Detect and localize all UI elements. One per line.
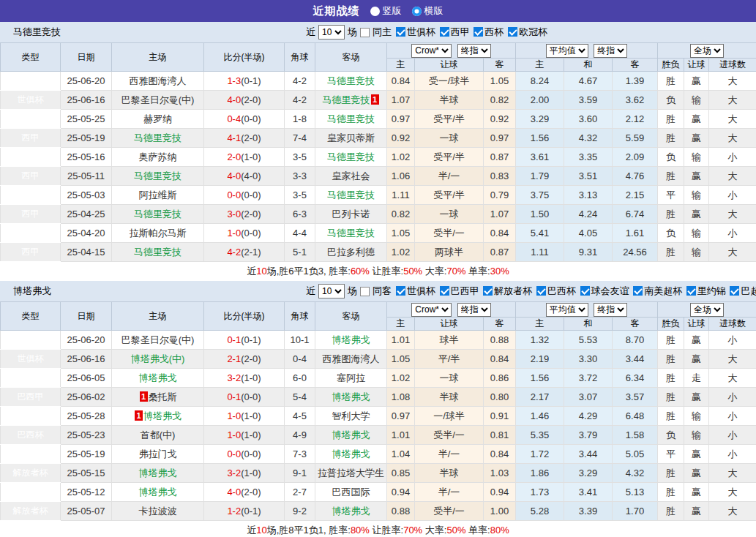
avg-away-odds: 6.48 [613, 407, 658, 426]
col-score: 比分(半场) [204, 302, 285, 331]
league-filter[interactable]: 里约锦 [686, 285, 726, 298]
away-team: 马德里竞技 [315, 110, 387, 129]
summary-part: 单率: [465, 525, 490, 536]
avg-home-odds: 1.56 [516, 129, 564, 148]
match-date: 25-05-12 [61, 483, 112, 502]
fulltime-score: 4-0 [227, 487, 241, 497]
col-type: 类型 [1, 43, 61, 72]
home-team: 博塔弗戈 [112, 483, 204, 502]
avg-away-odds: 1.61 [613, 224, 658, 243]
handicap-provider-select[interactable]: Crow* [411, 44, 452, 58]
handicap-home-odds: 0.94 [387, 483, 415, 502]
handicap-away-odds: 1.07 [484, 205, 516, 224]
score: 1-0(0-0) [204, 224, 285, 243]
avg-away-odds: 1.58 [613, 426, 658, 445]
league-filter-list: 世俱杯 西甲 西杯 欧冠杯 [394, 26, 547, 40]
league-filter[interactable]: 解放者杯 [483, 285, 532, 298]
league-filter[interactable]: 世俱杯 [396, 285, 435, 298]
avg-provider-select[interactable]: 平均值 [546, 44, 588, 58]
recent-count-select[interactable]: 10 [318, 25, 345, 40]
handicap-home-odds: 0.97 [387, 407, 415, 426]
corner-score: 10-1 [285, 331, 315, 350]
handicap-home-odds: 1.02 [387, 243, 415, 262]
league-filter[interactable]: 球会友谊 [580, 285, 629, 298]
scope-select[interactable]: 全场 [690, 44, 724, 58]
result-goals: 大 [709, 167, 756, 186]
home-team-name: 博塔弗戈 [139, 487, 177, 497]
league-filter[interactable]: 南美超杯 [633, 285, 682, 298]
team-name: 马德里竞技 [13, 22, 61, 42]
fulltime-score: 0-0 [227, 448, 241, 459]
handicap-final-select[interactable]: 终指 [457, 44, 491, 58]
league-badge: 解放者杯 [1, 407, 61, 426]
score: 1-0(1-0) [204, 426, 285, 445]
away-team: 皇家贝蒂斯 [315, 129, 387, 148]
away-team: 巴拉多利德 [315, 243, 387, 262]
league-filter[interactable]: 欧冠杯 [508, 26, 547, 39]
halftime-score: (0-0) [241, 228, 261, 239]
layout-vertical-radio[interactable]: 竖版 [370, 4, 402, 18]
home-team: 1桑托斯 [112, 388, 204, 407]
league-badge: 解放者杯 [1, 464, 61, 483]
avg-draw-odds: 5.53 [564, 331, 613, 350]
match-date: 25-05-25 [61, 110, 112, 129]
avg-final-select[interactable]: 终指 [594, 303, 627, 317]
fulltime-score: 4-2 [227, 247, 241, 258]
league-filter[interactable]: 世俱杯 [396, 26, 435, 39]
league-filter[interactable]: 巴西杯 [536, 285, 576, 298]
match-row: 巴西甲 25-05-12 博塔弗戈 4-0(2-0) 2-7 巴西国际 0.94… [1, 483, 756, 502]
away-team-name: 西雅图海湾人 [323, 353, 380, 364]
avg-away-odds: 5.05 [613, 445, 658, 464]
recent-count-select[interactable]: 10 [318, 284, 345, 298]
col-avg-away: 客 [613, 59, 658, 72]
handicap-away-odds: 0.84 [484, 350, 516, 369]
away-team: 博塔弗戈 [315, 388, 387, 407]
avg-draw-odds: 3.30 [564, 350, 613, 369]
checkbox-checked-icon [396, 27, 405, 37]
league-badge: 西甲 [1, 243, 61, 262]
home-team: 马德里竞技 [112, 129, 204, 148]
league-filter[interactable]: 巴西甲 [440, 285, 479, 298]
radio-horizontal-label: 横版 [424, 4, 444, 18]
col-handicap-home: 主 [387, 318, 415, 331]
col-result-handicap: 让球 [684, 318, 709, 331]
result-goals: 小 [709, 186, 756, 205]
league-filter[interactable]: 西杯 [474, 26, 504, 39]
avg-away-odds: 3.62 [613, 91, 658, 110]
avg-final-select[interactable]: 终指 [594, 44, 627, 58]
summary-part: 60% [351, 266, 370, 277]
same-away-checkbox[interactable] [360, 287, 370, 296]
result-handicap: 输 [684, 224, 709, 243]
fulltime-score: 1-0 [227, 228, 241, 239]
result-handicap: 赢 [684, 483, 709, 502]
handicap-home-odds: 1.06 [387, 167, 415, 186]
avg-home-odds: 5.35 [516, 426, 564, 445]
league-badge: 巴西甲 [1, 483, 61, 502]
league-filter-label: 解放者杯 [494, 285, 532, 298]
fulltime-score: 4-0 [227, 170, 241, 181]
handicap-away-odds: 0.83 [484, 167, 516, 186]
handicap-line: 受半/一 [415, 502, 484, 521]
halftime-score: (0-0) [241, 391, 261, 402]
away-team-name: 塞阿拉 [337, 372, 365, 383]
handicap-away-odds: 0.87 [484, 243, 516, 262]
corner-score: 3-5 [285, 148, 315, 167]
avg-provider-select[interactable]: 平均值 [546, 303, 588, 317]
fulltime-score: 2-1 [227, 353, 241, 364]
handicap-provider-select[interactable]: Crow* [411, 303, 452, 317]
avg-home-odds: 5.28 [516, 502, 564, 521]
handicap-line: 受平/半 [415, 110, 484, 129]
away-team-name: 皇家贝蒂斯 [327, 132, 375, 143]
scope-select[interactable]: 全场 [690, 303, 724, 317]
league-filter[interactable]: 巴超杯 [730, 285, 756, 298]
handicap-final-select[interactable]: 终指 [457, 303, 491, 317]
handicap-line: 半球 [415, 91, 484, 110]
league-filter[interactable]: 西甲 [440, 26, 470, 39]
same-home-checkbox[interactable] [360, 28, 370, 37]
match-row: 西甲 25-05-25 赫罗纳 0-4(0-0) 1-8 马德里竞技 0.97 … [1, 110, 756, 129]
handicap-away-odds: 0.81 [484, 426, 516, 445]
layout-horizontal-radio[interactable]: 横版 [412, 4, 444, 18]
handicap-away-odds: 1.05 [484, 72, 516, 91]
fulltime-score: 4-0 [227, 94, 241, 105]
score: 3-0(2-0) [204, 205, 285, 224]
